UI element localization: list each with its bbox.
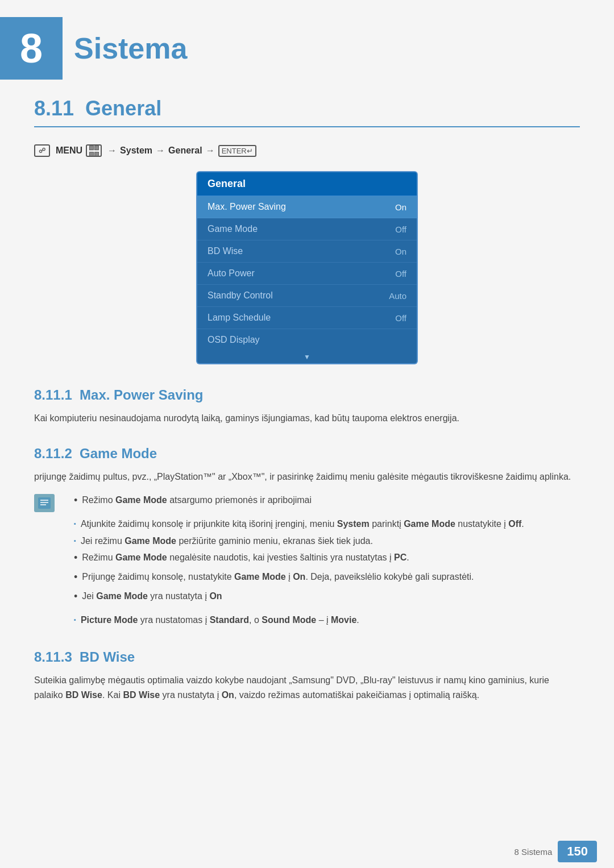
osd-item-lamp-schedule[interactable]: Lamp Schedule Off xyxy=(197,307,417,329)
game-mode-bullet-list-2: Režimu Game Mode negalėsite naudotis, ka… xyxy=(63,550,580,604)
chapter-title: Sistema xyxy=(74,17,187,80)
subsection-heading-8111: 8.11.1 Max. Power Saving xyxy=(34,387,580,403)
sub-bullet-1b: Jei režimu Game Mode peržiūrite gaminio … xyxy=(74,534,580,549)
osd-scroll-indicator: ▼ xyxy=(197,351,417,363)
subsection-8111-body: Kai kompiuteriu nesinaudojama nurodytą l… xyxy=(34,411,580,426)
menu-label: MENU xyxy=(56,146,82,156)
section-heading: 8.11 General xyxy=(34,97,580,127)
osd-item-value: Off xyxy=(395,225,406,234)
sub-bullet-2a: Picture Mode yra nustatomas į Standard, … xyxy=(74,613,580,628)
subsection-heading-8113: 8.11.3 BD Wise xyxy=(34,649,580,665)
sub-bullet-list-2: Picture Mode yra nustatomas į Standard, … xyxy=(74,613,580,628)
osd-item-label: Lamp Schedule xyxy=(208,313,271,323)
osd-item-max-power-saving[interactable]: Max. Power Saving On xyxy=(197,196,417,218)
menu-grid-icon: ▧▧▧▧ xyxy=(86,144,102,157)
osd-item-value: Off xyxy=(395,269,406,279)
bullet-item-1: Režimo Game Mode atsargumo priemonės ir … xyxy=(63,493,580,509)
osd-item-auto-power[interactable]: Auto Power Off xyxy=(197,263,417,285)
breadcrumb-system: System xyxy=(120,146,152,156)
osd-panel-title: General xyxy=(197,172,417,196)
bullet-item-2: Režimu Game Mode negalėsite naudotis, ka… xyxy=(63,550,580,566)
osd-item-osd-display[interactable]: OSD Display xyxy=(197,329,417,351)
sub-bullet-list-1: Atjunkite žaidimų konsolę ir prijunkite … xyxy=(74,517,580,548)
game-mode-bullet-list: Režimo Game Mode atsargumo priemonės ir … xyxy=(63,493,580,509)
breadcrumb-arrow-2: → xyxy=(156,146,165,156)
chapter-number: 8 xyxy=(0,17,63,80)
osd-item-value: Off xyxy=(395,313,406,323)
game-mode-bullets: Režimo Game Mode atsargumo priemonės ir … xyxy=(63,493,580,629)
subsection-8112-intro: prijungę žaidimų pultus, pvz., „PlayStat… xyxy=(34,470,580,484)
menu-icon: ☍ xyxy=(34,144,50,157)
chapter-header: 8 Sistema xyxy=(0,0,614,91)
breadcrumb-general: General xyxy=(168,146,202,156)
osd-item-value: Auto xyxy=(389,291,406,301)
osd-item-label: Standby Control xyxy=(208,290,273,301)
osd-item-game-mode[interactable]: Game Mode Off xyxy=(197,218,417,240)
osd-item-label: Max. Power Saving xyxy=(208,202,286,212)
breadcrumb-arrow-3: → xyxy=(206,146,215,156)
menu-breadcrumb: ☍ MENU ▧▧▧▧ → System → General → ENTER↵ xyxy=(34,144,580,157)
osd-item-standby-control[interactable]: Standby Control Auto xyxy=(197,285,417,307)
osd-item-label: Game Mode xyxy=(208,224,258,234)
bullet-item-3: Prijungę žaidimų konsolę, nustatykite Ga… xyxy=(63,570,580,585)
osd-panel: General Max. Power Saving On Game Mode O… xyxy=(196,171,418,364)
svg-rect-0 xyxy=(38,497,51,509)
footer-label: 8 Sistema xyxy=(515,847,553,857)
osd-item-value: On xyxy=(395,247,406,256)
sub-bullet-1a: Atjunkite žaidimų konsolę ir prijunkite … xyxy=(74,517,580,531)
enter-icon: ENTER↵ xyxy=(218,145,256,157)
osd-item-label: BD Wise xyxy=(208,246,243,256)
osd-panel-wrapper: General Max. Power Saving On Game Mode O… xyxy=(34,171,580,364)
osd-item-value: On xyxy=(395,202,406,212)
footer: 8 Sistema 150 xyxy=(0,835,614,868)
bullet-item-4: Jei Game Mode yra nustatyta į On xyxy=(63,589,580,605)
content-area: 8.11 General ☍ MENU ▧▧▧▧ → System → Gene… xyxy=(0,97,614,744)
breadcrumb-arrow-1: → xyxy=(107,146,117,156)
game-mode-note-block: Režimo Game Mode atsargumo priemonės ir … xyxy=(34,493,580,629)
note-icon xyxy=(34,494,55,512)
osd-item-label: OSD Display xyxy=(208,335,260,345)
subsection-8113-body: Suteikia galimybę mėgautis optimalia vai… xyxy=(34,673,580,702)
osd-item-label: Auto Power xyxy=(208,268,255,279)
footer-page-number: 150 xyxy=(558,841,597,862)
subsection-heading-8112: 8.11.2 Game Mode xyxy=(34,446,580,462)
osd-item-bd-wise[interactable]: BD Wise On xyxy=(197,240,417,263)
